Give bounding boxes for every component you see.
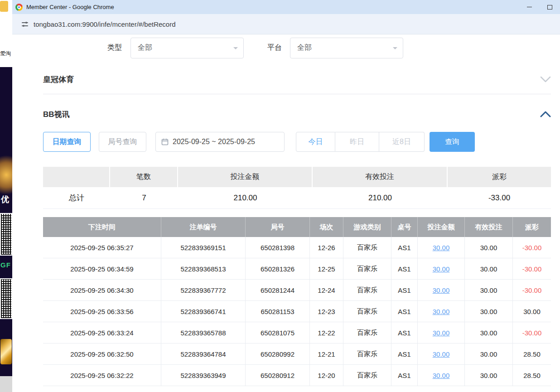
- cell-valid-bet: 30.00: [465, 365, 513, 386]
- quick-date-group: 今日 昨日 近8日: [296, 132, 425, 152]
- chevron-down-icon: [393, 47, 397, 52]
- cell-game-type: 百家乐: [343, 280, 391, 300]
- today-button[interactable]: 今日: [296, 132, 335, 152]
- type-filter-label: 类型: [107, 43, 122, 53]
- cell-valid-bet: 30.00: [465, 322, 513, 343]
- table-row: 2025-09-25 06:35:27 522839369151 6502813…: [43, 237, 551, 258]
- section-bb-title: BB视讯: [43, 109, 70, 120]
- background-text-top: 爱淘: [0, 50, 12, 58]
- table-row: 2025-09-25 06:34:30 522839367772 6502812…: [43, 280, 551, 301]
- cell-bet-time: 2025-09-25 06:32:22: [43, 365, 161, 386]
- round-query-button[interactable]: 局号查询: [99, 132, 146, 152]
- cell-payout: -30.00: [513, 322, 551, 343]
- summary-total-label: 总计: [43, 187, 110, 209]
- header-valid-bet: 有效投注: [465, 217, 513, 237]
- cell-order-no: 522839364784: [161, 344, 246, 364]
- minimize-button[interactable]: [519, 0, 540, 14]
- cell-bet-amount-link[interactable]: 30.00: [418, 344, 465, 364]
- date-range-value: 2025-09-25 ~ 2025-09-25: [173, 138, 255, 146]
- type-select[interactable]: 全部: [130, 38, 244, 58]
- cell-session: 12-20: [310, 365, 343, 386]
- cell-session: 12-21: [310, 344, 343, 364]
- cell-game-type: 百家乐: [343, 237, 391, 258]
- cell-bet-amount-link[interactable]: 30.00: [418, 322, 465, 343]
- header-round-no: 局号: [246, 217, 310, 237]
- platform-filter-label: 平台: [267, 43, 282, 53]
- yesterday-button[interactable]: 昨日: [335, 132, 379, 152]
- platform-select[interactable]: 全部: [290, 38, 403, 58]
- cell-round-no: 650281398: [246, 237, 310, 258]
- cell-game-type: 百家乐: [343, 365, 391, 386]
- platform-select-value: 全部: [297, 43, 312, 53]
- search-button[interactable]: 查询: [430, 132, 475, 152]
- cell-round-no: 650281326: [246, 258, 310, 279]
- page-content: 类型 全部 平台 全部 皇冠体育 BB视讯: [12, 34, 560, 392]
- cell-bet-amount-link[interactable]: 30.00: [418, 280, 465, 300]
- cell-valid-bet: 30.00: [465, 344, 513, 364]
- site-settings-icon[interactable]: [22, 20, 29, 28]
- cell-session: 12-25: [310, 258, 343, 279]
- cell-valid-bet: 30.00: [465, 258, 513, 279]
- cell-bet-amount-link[interactable]: 30.00: [418, 365, 465, 386]
- cell-game-type: 百家乐: [343, 344, 391, 364]
- header-payout: 派彩: [513, 217, 551, 237]
- table-row: 2025-09-25 06:34:59 522839368513 6502813…: [43, 258, 551, 280]
- summary-bet-amount-value: 210.00: [178, 187, 313, 209]
- cell-game-type: 百家乐: [343, 258, 391, 279]
- section-crown-sports[interactable]: 皇冠体育: [43, 73, 551, 85]
- chevron-down-icon: [233, 47, 238, 52]
- cell-bet-time: 2025-09-25 06:32:50: [43, 344, 161, 364]
- cell-bet-amount-link[interactable]: 30.00: [418, 237, 465, 258]
- cell-order-no: 522839366741: [161, 301, 246, 322]
- cell-session: 12-23: [310, 301, 343, 322]
- summary-header-bet-amount: 投注金额: [178, 167, 313, 187]
- background-bottom-bar: [0, 376, 12, 392]
- summary-header-payout: 派彩: [448, 167, 551, 187]
- cell-valid-bet: 30.00: [465, 237, 513, 258]
- cell-table-no: AS1: [391, 301, 418, 322]
- date-query-button[interactable]: 日期查询: [43, 132, 91, 152]
- cell-table-no: AS1: [391, 237, 418, 258]
- background-text-brand: GF: [0, 261, 11, 269]
- cell-game-type: 百家乐: [343, 301, 391, 322]
- gold-glow-decoration: [0, 150, 12, 200]
- header-bet-time: 下注时间: [43, 217, 161, 237]
- maximize-button[interactable]: [540, 0, 560, 14]
- cell-order-no: 522839367772: [161, 280, 246, 300]
- address-bar-url[interactable]: tongbao31.com:9900/infe/mcenter/#/betRec…: [34, 20, 176, 28]
- chevron-down-icon[interactable]: [540, 76, 551, 82]
- cell-session: 12-22: [310, 322, 343, 343]
- cell-order-no: 522839365788: [161, 322, 246, 343]
- table-header-row: 下注时间 注单编号 局号 场次 游戏类别 桌号 投注金额 有效投注 派彩: [43, 217, 551, 237]
- chevron-up-icon[interactable]: [540, 111, 551, 117]
- cell-payout: 30.00: [513, 301, 551, 322]
- taskbar-icon-fragment: [0, 1, 8, 12]
- cell-round-no: 650280912: [246, 365, 310, 386]
- summary-header-count: 笔数: [110, 167, 178, 187]
- maximize-icon: [547, 5, 552, 10]
- cell-round-no: 650281153: [246, 301, 310, 322]
- summary-total-row: 总计 7 210.00 210.00 -33.00: [43, 187, 551, 209]
- section-crown-title: 皇冠体育: [43, 74, 74, 85]
- cell-bet-time: 2025-09-25 06:34:59: [43, 258, 161, 279]
- section-divider: [43, 94, 551, 94]
- cell-bet-amount-link[interactable]: 30.00: [418, 301, 465, 322]
- cell-round-no: 650281075: [246, 322, 310, 343]
- section-bb-video[interactable]: BB视讯: [43, 108, 551, 120]
- cell-order-no: 522839368513: [161, 258, 246, 279]
- cell-table-no: AS1: [391, 365, 418, 386]
- cell-table-no: AS1: [391, 344, 418, 364]
- qr-code-1: [0, 213, 12, 256]
- summary-valid-bet-value: 210.00: [313, 187, 448, 209]
- table-row: 2025-09-25 06:33:56 522839366741 6502811…: [43, 301, 551, 322]
- cell-session: 12-26: [310, 237, 343, 258]
- cell-bet-amount-link[interactable]: 30.00: [418, 258, 465, 279]
- window-titlebar: Member Center - Google Chrome: [12, 0, 560, 14]
- table-row: 2025-09-25 06:32:50 522839364784 6502809…: [43, 344, 551, 365]
- date-range-input[interactable]: 2025-09-25 ~ 2025-09-25: [155, 132, 285, 152]
- cell-payout: -30.00: [513, 280, 551, 300]
- cell-game-type: 百家乐: [343, 322, 391, 343]
- cell-order-no: 522839369151: [161, 237, 246, 258]
- table-row: 2025-09-25 06:32:22 522839363949 6502809…: [43, 365, 551, 386]
- last-8-days-button[interactable]: 近8日: [379, 132, 425, 152]
